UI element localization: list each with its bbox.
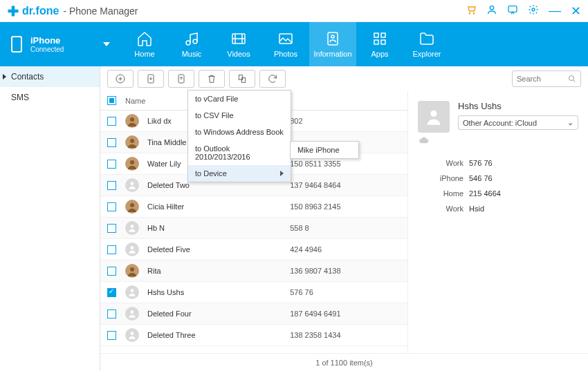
export-submenu: Mike iPhone xyxy=(290,141,359,159)
nav-items: Home Music Videos Photos Information App… xyxy=(121,22,588,66)
nav-home[interactable]: Home xyxy=(121,22,168,66)
menu-csv[interactable]: to CSV File xyxy=(188,107,291,124)
row-checkbox[interactable] xyxy=(107,288,116,297)
device-selector[interactable]: iPhone Connected xyxy=(0,22,121,66)
avatar xyxy=(125,328,139,342)
avatar xyxy=(125,135,139,149)
table-row[interactable]: Rita136 9807 4138 xyxy=(100,260,407,282)
brand-text: dr.fone xyxy=(22,5,59,17)
svg-point-24 xyxy=(130,117,134,122)
select-all-checkbox[interactable] xyxy=(107,96,116,105)
device-status: Connected xyxy=(30,46,64,53)
status-bar: 1 of 1100 item(s) xyxy=(100,353,588,371)
toolbar xyxy=(100,66,588,91)
sidebar-item-contacts[interactable]: Contacts xyxy=(0,66,100,87)
row-checkbox[interactable] xyxy=(107,224,116,233)
user-icon[interactable] xyxy=(486,4,497,17)
nav-explorer[interactable]: Explorer xyxy=(403,22,450,66)
merge-button[interactable] xyxy=(229,70,255,88)
table-row[interactable]: Deleted Three138 2358 1434 xyxy=(100,325,407,346)
main-area: Contacts SMS to vCard File to CSV File t… xyxy=(0,66,588,371)
svg-point-3 xyxy=(473,13,474,14)
search-input[interactable] xyxy=(517,75,565,83)
menu-vcard[interactable]: to vCard File xyxy=(188,91,291,107)
svg-rect-15 xyxy=(374,40,378,44)
row-name: Cicia Hilter xyxy=(147,202,282,211)
titlebar: dr.fone - Phone Manager — ✕ xyxy=(0,0,588,22)
row-phone: 802 xyxy=(290,117,402,125)
svg-rect-11 xyxy=(328,32,338,45)
nav-videos[interactable]: Videos xyxy=(215,22,262,66)
detail-field: iPhone546 76 xyxy=(430,174,578,182)
music-icon xyxy=(183,30,200,47)
export-button[interactable] xyxy=(168,70,194,88)
app-logo: dr.fone xyxy=(7,5,59,17)
navbar: iPhone Connected Home Music Videos Photo… xyxy=(0,22,588,66)
row-checkbox[interactable] xyxy=(107,138,116,147)
menu-wab[interactable]: to Windows Address Book xyxy=(188,124,291,140)
sidebar-item-sms[interactable]: SMS xyxy=(0,87,100,108)
row-name: Rita xyxy=(147,267,282,275)
svg-point-22 xyxy=(569,76,574,81)
avatar xyxy=(125,114,139,128)
detail-field: Home215 4664 xyxy=(430,189,578,198)
table-row[interactable]: Deleted Four187 6494 6491 xyxy=(100,303,407,325)
info-icon xyxy=(324,30,341,47)
field-value: 546 76 xyxy=(469,174,493,182)
table-row[interactable]: Cicia Hilter150 8963 2145 xyxy=(100,196,407,218)
avatar xyxy=(125,157,139,171)
field-value: 576 76 xyxy=(469,159,493,167)
detail-field: WorkHsid xyxy=(430,204,578,213)
chat-icon[interactable] xyxy=(507,4,518,17)
sidebar: Contacts SMS xyxy=(0,66,100,371)
account-select[interactable]: Other Account: iCloud ⌄ xyxy=(458,115,578,130)
minimize-icon[interactable]: — xyxy=(549,3,561,18)
svg-point-35 xyxy=(130,267,134,272)
nav-apps[interactable]: Apps xyxy=(356,22,403,66)
submenu-device-target[interactable]: Mike iPhone xyxy=(291,142,358,158)
row-phone: 558 8 xyxy=(290,224,402,232)
svg-rect-20 xyxy=(239,75,242,80)
refresh-button[interactable] xyxy=(259,70,286,88)
table-row[interactable]: Deleted Five424 4946 xyxy=(100,239,407,260)
row-checkbox[interactable] xyxy=(107,160,116,169)
nav-information[interactable]: Information xyxy=(309,22,356,66)
row-checkbox[interactable] xyxy=(107,181,116,190)
search-box[interactable] xyxy=(512,70,581,87)
row-checkbox[interactable] xyxy=(107,310,116,318)
detail-fields: Work576 76iPhone546 76Home215 4664WorkHs… xyxy=(430,159,578,213)
row-phone: 424 4946 xyxy=(290,245,402,254)
table-row[interactable]: Hb N558 8 xyxy=(100,218,407,239)
field-label: iPhone xyxy=(430,174,463,182)
row-checkbox[interactable] xyxy=(107,267,116,276)
video-icon xyxy=(230,30,247,47)
table-row[interactable]: Hshs Ushs576 76 xyxy=(100,282,407,303)
svg-point-29 xyxy=(131,182,134,185)
nav-photos[interactable]: Photos xyxy=(262,22,309,66)
row-phone: 576 76 xyxy=(290,288,402,296)
phone-icon xyxy=(11,36,22,53)
svg-point-28 xyxy=(130,160,134,164)
gear-icon[interactable] xyxy=(528,4,539,17)
cart-icon[interactable] xyxy=(466,4,477,17)
row-checkbox[interactable] xyxy=(107,245,116,254)
avatar xyxy=(125,242,139,256)
field-label: Work xyxy=(430,204,463,213)
close-icon[interactable]: ✕ xyxy=(571,3,581,19)
delete-button[interactable] xyxy=(199,70,225,88)
row-checkbox[interactable] xyxy=(107,202,116,211)
device-name: iPhone xyxy=(30,35,64,46)
svg-point-6 xyxy=(532,8,535,11)
menu-outlook[interactable]: to Outlook 2010/2013/2016 xyxy=(188,140,291,165)
row-checkbox[interactable] xyxy=(107,117,116,126)
avatar xyxy=(125,221,139,235)
add-button[interactable] xyxy=(107,70,134,88)
table-area: Name Likd dx802Tina Middle lauWater Lily… xyxy=(100,91,588,353)
menu-to-device[interactable]: to Device xyxy=(188,165,291,182)
nav-music[interactable]: Music xyxy=(168,22,215,66)
svg-rect-14 xyxy=(381,33,385,37)
row-name: Deleted Four xyxy=(147,310,282,318)
import-button[interactable] xyxy=(138,70,164,88)
row-checkbox[interactable] xyxy=(107,331,116,340)
row-phone: 138 2358 1434 xyxy=(290,331,402,339)
